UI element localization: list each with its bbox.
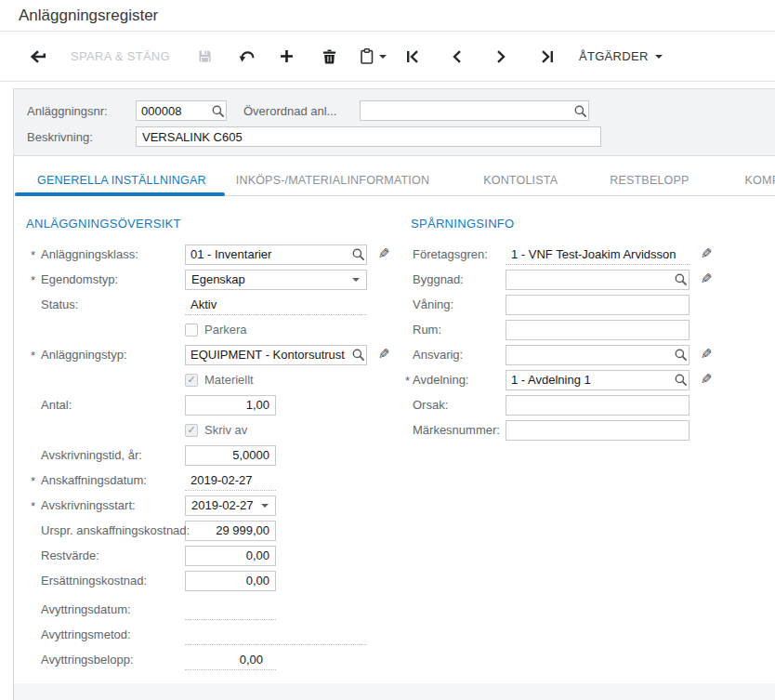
tab-components[interactable]: KOMPONENTER bbox=[730, 165, 775, 195]
property-type-value: Egenskap bbox=[186, 272, 352, 286]
pencil-icon: ✎ bbox=[701, 373, 713, 387]
field-asset-class: *Anläggningsklass: ✎ bbox=[26, 242, 400, 267]
tab-account-list[interactable]: KONTOLISTA bbox=[468, 165, 572, 195]
branch-label: Företagsgren: bbox=[413, 247, 488, 261]
status-label: Status: bbox=[41, 297, 78, 311]
asset-class-input[interactable] bbox=[186, 245, 349, 264]
tangible-checkbox[interactable]: ✓ bbox=[185, 374, 198, 387]
department-lookup bbox=[506, 370, 690, 390]
back-button[interactable] bbox=[30, 49, 46, 64]
dropdown-caret-icon bbox=[352, 278, 360, 282]
custodian-input[interactable] bbox=[506, 346, 672, 364]
tab-residual[interactable]: RESTBELOPP bbox=[595, 165, 703, 195]
asset-overview-section: ANLÄGGNINGSÖVERSIKT *Anläggningsklass: ✎… bbox=[26, 196, 400, 683]
custodian-lookup bbox=[506, 345, 690, 365]
field-quantity: Antal: bbox=[26, 392, 400, 417]
department-input[interactable] bbox=[506, 371, 672, 390]
tab-purchase-info[interactable]: INKÖPS-/MATERIALINFORMATION bbox=[221, 165, 444, 195]
useful-life-label: Avskrivningstid, år: bbox=[41, 448, 142, 462]
field-property-type: *Egendomstyp: Egenskap bbox=[26, 267, 400, 292]
disposal-method-label: Avyttringsmetod: bbox=[41, 627, 131, 641]
salvage-input[interactable] bbox=[185, 546, 276, 566]
asset-register-window: { "ui": { "required_marker": "*" }, "app… bbox=[0, 0, 775, 700]
orig-cost-input[interactable] bbox=[185, 521, 276, 541]
depreciate-checkbox[interactable]: ✓ bbox=[185, 424, 198, 437]
tab-general-settings[interactable]: GENERELLA INSTÄLLNINGAR bbox=[22, 165, 221, 195]
replacement-cost-label: Ersättningskostnad: bbox=[41, 574, 147, 588]
checkmark-icon: ✓ bbox=[187, 375, 195, 385]
field-replacement-cost: Ersättningskostnad: bbox=[26, 568, 400, 593]
building-input[interactable] bbox=[506, 271, 672, 289]
undo-button[interactable] bbox=[239, 49, 256, 63]
first-record-icon bbox=[406, 50, 419, 63]
useful-life-input[interactable] bbox=[185, 445, 276, 466]
asset-type-input[interactable] bbox=[186, 346, 349, 364]
room-input[interactable] bbox=[506, 320, 690, 340]
description-label: Beskrivning: bbox=[27, 130, 136, 144]
hold-checkbox[interactable] bbox=[185, 324, 198, 337]
parent-asset-search-icon[interactable] bbox=[571, 104, 588, 118]
asset-id-label: Anläggningsnr: bbox=[27, 104, 136, 118]
tag-number-label: Märkesnummer: bbox=[413, 423, 500, 437]
required-marker: * bbox=[31, 474, 35, 488]
prev-record-icon bbox=[452, 50, 462, 63]
prev-record-button[interactable] bbox=[452, 50, 462, 63]
replacement-cost-input[interactable] bbox=[185, 571, 276, 591]
disposal-amount-value: 0,00 bbox=[185, 650, 276, 670]
back-arrow-icon bbox=[30, 49, 46, 64]
field-useful-life: Avskrivningstid, år: bbox=[26, 442, 400, 468]
clipboard-menu-button[interactable] bbox=[361, 48, 387, 64]
field-disposal-date: Avyttringsdatum: bbox=[26, 597, 400, 622]
custodian-edit-button[interactable]: ✎ bbox=[701, 348, 713, 362]
asset-class-search-icon[interactable] bbox=[349, 247, 366, 261]
add-record-button[interactable] bbox=[280, 49, 294, 63]
last-record-button[interactable] bbox=[541, 50, 554, 63]
description-input[interactable] bbox=[136, 126, 601, 147]
depr-start-label: Avskrivningsstart: bbox=[41, 498, 136, 512]
next-record-button[interactable] bbox=[496, 50, 506, 63]
parent-asset-lookup bbox=[360, 100, 589, 121]
property-type-dropdown[interactable]: Egenskap bbox=[185, 270, 367, 290]
toolbar: SPARA & STÄNG bbox=[0, 32, 775, 82]
branch-edit-button[interactable]: ✎ bbox=[701, 247, 713, 261]
field-disposal-method: Avyttringsmetod: bbox=[26, 622, 400, 647]
department-label: Avdelning: bbox=[413, 373, 468, 387]
floor-input[interactable] bbox=[506, 295, 690, 315]
quantity-input[interactable] bbox=[185, 395, 276, 416]
required-marker: * bbox=[31, 273, 35, 287]
record-summary-panel: Anläggningsnr: Överordnad anl... Beskriv… bbox=[13, 88, 775, 156]
asset-class-lookup bbox=[185, 244, 367, 265]
asset-type-lookup bbox=[185, 345, 367, 365]
delete-record-button[interactable] bbox=[322, 49, 336, 64]
depr-start-dropdown[interactable]: 2019-02-27 bbox=[185, 495, 276, 516]
field-depr-start: *Avskrivningsstart: 2019-02-27 bbox=[26, 493, 400, 518]
page-title: Anläggningsregister bbox=[19, 7, 158, 25]
reason-input[interactable] bbox=[506, 395, 690, 416]
custodian-search-icon[interactable] bbox=[672, 348, 689, 362]
asset-id-search-icon[interactable] bbox=[209, 104, 226, 118]
clipboard-caret-icon bbox=[379, 55, 387, 59]
field-orig-cost: Urspr. anskaffningskostnad: bbox=[26, 518, 400, 543]
asset-type-search-icon[interactable] bbox=[349, 348, 366, 362]
asset-id-input[interactable] bbox=[137, 101, 209, 120]
building-search-icon[interactable] bbox=[672, 272, 689, 286]
depreciate-checkbox-label: Skriv av bbox=[204, 423, 247, 437]
asset-type-edit-button[interactable]: ✎ bbox=[378, 348, 390, 362]
actions-menu-button[interactable]: ÅTGÄRDER bbox=[579, 49, 663, 63]
tag-number-input[interactable] bbox=[506, 420, 690, 441]
field-status: Status: Aktiv bbox=[26, 292, 400, 317]
department-search-icon[interactable] bbox=[672, 373, 689, 387]
required-marker: * bbox=[31, 349, 35, 363]
depr-start-value: 2019-02-27 bbox=[186, 498, 261, 512]
pencil-icon: ✎ bbox=[701, 272, 713, 286]
save-close-button[interactable]: SPARA & STÄNG bbox=[71, 49, 170, 63]
building-edit-button[interactable]: ✎ bbox=[701, 272, 713, 286]
disposal-date-label: Avyttringsdatum: bbox=[41, 602, 131, 616]
asset-class-edit-button[interactable]: ✎ bbox=[378, 247, 390, 261]
save-button[interactable] bbox=[198, 49, 212, 63]
first-record-button[interactable] bbox=[406, 50, 419, 63]
department-edit-button[interactable]: ✎ bbox=[701, 373, 713, 387]
parent-asset-input[interactable] bbox=[361, 101, 571, 120]
field-tangible: ✓ Materiellt bbox=[26, 367, 400, 392]
checkmark-icon: ✓ bbox=[187, 425, 195, 435]
